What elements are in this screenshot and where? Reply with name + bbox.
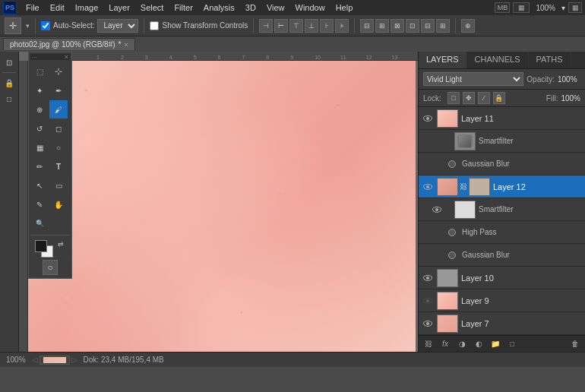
ps-logo: PS xyxy=(3,1,17,14)
lock-all-icon[interactable]: 🔒 xyxy=(493,92,505,104)
tool-eyedropper[interactable]: ✒ xyxy=(49,81,68,100)
blend-mode-select[interactable]: Vivid Light Normal Multiply Screen Overl… xyxy=(423,72,523,86)
color-swatches[interactable]: ⇄ xyxy=(30,238,70,258)
tab-layers[interactable]: LAYERS xyxy=(419,52,467,68)
smartfilter2-visibility[interactable] xyxy=(431,204,443,216)
menu-image[interactable]: Image xyxy=(71,2,103,14)
panel-toggle-1[interactable]: MB xyxy=(495,2,510,13)
tool-heal-brush[interactable]: ⊕ xyxy=(30,100,49,119)
quick-mask-row: ○ xyxy=(30,258,70,277)
tool-brush-active[interactable]: 🖌 xyxy=(49,100,68,119)
panel-toggle-2[interactable]: ▦ xyxy=(513,2,530,13)
layer7-visibility[interactable] xyxy=(422,318,434,330)
layer-item-highpass[interactable]: High Pass xyxy=(419,221,585,244)
tab-channels[interactable]: CHANNELS xyxy=(467,52,529,68)
align-left-icon[interactable]: ⊣ xyxy=(259,19,273,33)
add-mask-icon[interactable]: ◑ xyxy=(455,337,469,351)
swap-colors-icon[interactable]: ⇄ xyxy=(58,240,64,248)
align-bottom-icon[interactable]: ⊧ xyxy=(335,19,349,33)
tool-marquee[interactable]: ⬚ xyxy=(30,62,49,81)
layer12-name: Layer 12 xyxy=(493,182,582,191)
tool-lasso-icon[interactable]: ⊹ xyxy=(49,62,68,81)
tool-eraser[interactable]: ◻ xyxy=(49,119,68,138)
dist-6-icon[interactable]: ⊞ xyxy=(436,19,450,33)
delete-layer-icon[interactable]: 🗑 xyxy=(568,337,582,351)
smartfilter1-visibility[interactable] xyxy=(431,135,443,147)
doc-info: Dok: 23,4 MB/195,4 MB xyxy=(84,356,164,364)
menu-layer[interactable]: Layer xyxy=(104,2,134,14)
quick-mask-icon[interactable]: ○ xyxy=(43,260,58,275)
tool-dodge[interactable]: ○ xyxy=(49,138,68,156)
layer-item-layer10[interactable]: Layer 10 xyxy=(419,267,585,289)
dist-5-icon[interactable]: ⊟ xyxy=(421,19,435,33)
tool-shape[interactable]: ▭ xyxy=(49,176,68,194)
tool-magic-wand[interactable]: ✦ xyxy=(30,81,49,100)
tool-history-brush[interactable]: ↺ xyxy=(30,119,49,138)
tool-notes[interactable]: ✎ xyxy=(30,195,49,213)
extra-option-icon[interactable]: ⊕ xyxy=(461,19,475,33)
new-layer-icon[interactable]: □ xyxy=(505,337,519,351)
zoom-dropdown[interactable]: ▾ xyxy=(561,4,565,12)
lock-position-icon[interactable]: ∕ xyxy=(478,92,490,104)
tab-paths[interactable]: PATHS xyxy=(529,52,571,68)
auto-select-dropdown[interactable]: Layer xyxy=(97,19,138,33)
new-group-icon[interactable]: 📁 xyxy=(489,337,502,351)
side-tool-3[interactable]: □ xyxy=(2,91,17,106)
adjustment-layer-icon[interactable]: ◐ xyxy=(472,337,485,351)
menu-filter[interactable]: Filter xyxy=(169,2,197,14)
layer11-visibility[interactable] xyxy=(422,112,434,125)
dist-4-icon[interactable]: ⊡ xyxy=(406,19,419,33)
align-center-v-icon[interactable]: ⊦ xyxy=(320,19,334,33)
show-transform-checkbox[interactable] xyxy=(150,21,159,30)
layer-item-layer11[interactable]: Layer 11 xyxy=(419,107,585,130)
tool-hand[interactable]: ✋ xyxy=(49,195,68,213)
dist-2-icon[interactable]: ⊞ xyxy=(375,19,389,33)
side-tool-2[interactable]: 🔒 xyxy=(2,75,17,90)
tool-pen[interactable]: ✏ xyxy=(30,157,49,175)
link-layers-icon[interactable]: ⛓ xyxy=(422,337,435,351)
lock-image-icon[interactable]: ✥ xyxy=(463,92,475,104)
menu-view[interactable]: View xyxy=(262,2,289,14)
layers-list[interactable]: Layer 11 Smartfilter Gaussian Blur xyxy=(419,107,585,335)
layer-item-layer9[interactable]: Layer 9 xyxy=(419,289,585,312)
panel-toggle-3[interactable]: ▦ xyxy=(568,2,582,13)
tool-text[interactable]: T xyxy=(49,157,68,175)
canvas-image[interactable] xyxy=(28,61,416,352)
layer10-visibility[interactable] xyxy=(422,272,434,284)
file-tab-close[interactable]: × xyxy=(124,41,128,49)
align-top-icon[interactable]: ⊥ xyxy=(305,19,318,33)
menu-file[interactable]: File xyxy=(21,2,44,14)
layer12-thumb-main xyxy=(437,178,458,196)
lock-transparent-icon[interactable]: □ xyxy=(447,92,460,104)
tool-gradient[interactable]: ▦ xyxy=(30,138,49,156)
layer-item-layer7[interactable]: Layer 7 xyxy=(419,312,585,335)
layer-item-gaussianblur2[interactable]: Gaussian Blur xyxy=(419,244,585,267)
menu-help[interactable]: Help xyxy=(331,2,358,14)
foreground-color[interactable] xyxy=(35,240,47,252)
tool-zoom[interactable]: 🔍 xyxy=(30,214,49,232)
menu-3d[interactable]: 3D xyxy=(241,2,261,14)
layer12-visibility[interactable] xyxy=(422,181,434,193)
layer-item-smartfilter2[interactable]: Smartfilter xyxy=(419,198,585,221)
auto-select-checkbox[interactable] xyxy=(41,21,50,30)
preview-thumb xyxy=(40,356,70,365)
ruler-left xyxy=(19,61,28,352)
menu-analysis[interactable]: Analysis xyxy=(199,2,239,14)
file-tab[interactable]: photo02.jpg @ 100% (RGB/8#) * × xyxy=(3,38,135,50)
tool-path-select[interactable]: ↖ xyxy=(30,176,49,194)
menu-select[interactable]: Select xyxy=(136,2,169,14)
palette-close-btn[interactable]: × xyxy=(65,53,68,61)
layer9-visibility[interactable] xyxy=(422,295,434,307)
dist-1-icon[interactable]: ⊟ xyxy=(360,19,374,33)
align-right-icon[interactable]: ⊤ xyxy=(289,19,303,33)
dist-3-icon[interactable]: ⊠ xyxy=(391,19,404,33)
menu-edit[interactable]: Edit xyxy=(46,2,69,14)
side-tool-1[interactable]: ⊡ xyxy=(2,55,17,70)
align-center-h-icon[interactable]: ⊢ xyxy=(274,19,288,33)
layer-item-layer12[interactable]: ⛓ Layer 12 xyxy=(419,175,585,198)
palette-title-bar[interactable]: ··· × xyxy=(30,54,70,60)
layer-item-gaussianblur1[interactable]: Gaussian Blur xyxy=(419,153,585,175)
fx-icon[interactable]: fx xyxy=(438,337,452,351)
layer-item-smartfilter1[interactable]: Smartfilter xyxy=(419,130,585,153)
menu-window[interactable]: Window xyxy=(291,2,330,14)
